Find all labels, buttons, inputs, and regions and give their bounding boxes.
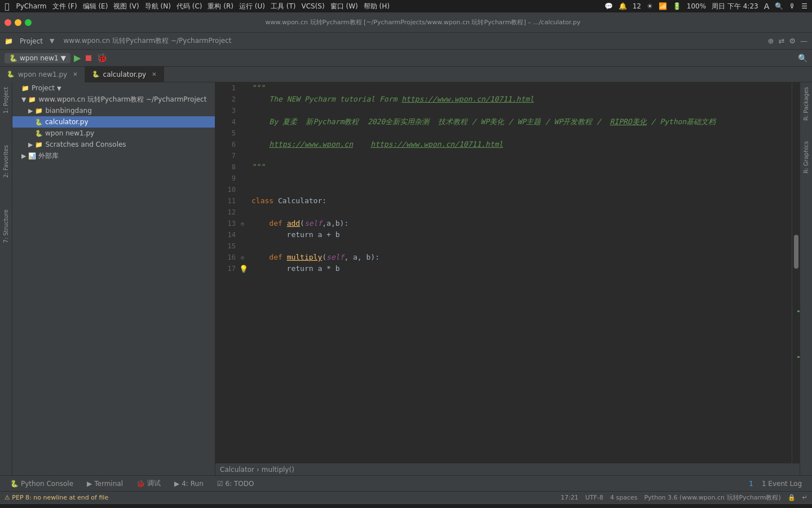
sidebar-item-calculator[interactable]: 🐍 calculator.py [12,116,215,128]
token-2-1: The NEW Pycharm tutorial Form [251,94,401,105]
scratches-folder-icon: 📁 [35,141,43,148]
indent-info[interactable]: 4 spaces [610,494,638,501]
token-8-1: """ [251,161,264,173]
fold-13[interactable]: ⊖ [238,218,247,229]
bottom-tab-debug[interactable]: 🐞 调试 [131,476,166,492]
tab-label-calculator: calculator.py [103,71,147,78]
menu-pycharm[interactable]: PyCharm [16,2,46,10]
panel-tab-graphics[interactable]: R: Graphics [802,137,810,178]
menu-extras-icon[interactable]: ☰ [801,2,807,10]
tab-close-calculator[interactable]: ✕ [152,71,156,77]
python-console-icon: 🐍 [10,480,19,488]
menu-vcs[interactable]: VCS(S) [301,2,324,10]
menu-tools[interactable]: 工具 (T) [271,2,296,11]
interpreter-info[interactable]: Python 3.6 (www.wpon.cn 玩转Pycharm教程) [644,493,780,502]
external-lib-icon: 📊 [28,152,36,160]
sidebar-item-external[interactable]: ▶ 📊 外部库 [12,150,215,161]
editor-scrollbar[interactable] [792,82,800,463]
bottom-tab-run[interactable]: ▶ 4: Run [169,476,209,492]
sidebar-item-bianbingdang[interactable]: ▶ 📁 bianbingdang [12,105,215,116]
global-search-icon[interactable]: 🔍 [798,54,807,63]
sidebar-label-wpon: wpon new1.py [45,129,94,137]
panel-tab-packages[interactable]: R: Packages [802,82,810,125]
token-11-1: class [251,195,278,207]
token-13-1: def [269,218,286,229]
breadcrumb-bar: Calculator › multiply() [215,463,800,475]
menu-run[interactable]: 运行 (U) [239,2,265,11]
menu-refactor[interactable]: 重构 (R) [208,2,233,11]
tab-calculator[interactable]: 🐍 calculator.py ✕ [85,67,164,82]
menu-window[interactable]: 窗口 (W) [330,2,358,11]
main-area: 1: Project 2: Favorites 7: Structure 📁 P… [0,82,812,475]
breadcrumb-nav: www.wpon.cn 玩转Pycharm教程 ~/PycharmProject [64,36,232,46]
sync-icon[interactable]: ⇄ [778,37,784,45]
collapse-icon[interactable]: — [800,37,807,45]
fold-16[interactable]: ⊖ [238,252,247,263]
tab-close-wpon[interactable]: ✕ [73,71,77,77]
apple-menu[interactable]:  [5,2,9,11]
g17: 💡 [238,263,247,274]
fullscreen-button[interactable] [25,19,32,26]
token-13-3: ( [300,218,304,229]
editor-tabbar: 🐍 wpon new1.py ✕ 🐍 calculator.py ✕ [0,67,812,82]
scrollbar-thumb[interactable] [794,235,798,269]
panel-tab-structure[interactable]: 7: Structure [2,205,10,247]
close-button[interactable] [5,19,11,26]
expand-icon-ext: ▶ [21,152,26,160]
debug-button[interactable]: 🐞 [96,52,108,63]
token-2-2[interactable]: https://www.wpon.cn/10711.html [401,94,534,105]
terminal-icon: ▶ [87,480,92,488]
ln-10: 10 [218,184,236,195]
sidebar-item-root[interactable]: ▼ 📁 www.wpon.cn 玩转Pycharm教程 ~/PycharmPro… [12,94,215,105]
breadcrumb-item-1[interactable]: Calculator [220,466,254,474]
g9 [238,173,247,184]
menu-view[interactable]: 视图 (V) [113,2,139,11]
token-14-1: return a + b [251,229,340,240]
editor-area: 1 2 3 4 5 6 7 8 9 10 11 12 13 14 15 16 1… [215,82,800,475]
panel-tab-favorites[interactable]: 2: Favorites [2,141,10,182]
menu-code[interactable]: 代码 (C) [176,2,202,11]
ln-17: 17 [218,263,236,274]
project-label[interactable]: Project [20,37,43,45]
siri-icon[interactable]: 🎙 [789,2,796,10]
sidebar-item-scratches[interactable]: ▶ 📁 Scratches and Consoles [12,139,215,150]
sidebar-item-wpon-new1[interactable]: 🐍 wpon new1.py [12,128,215,139]
ln-14: 14 [218,229,236,240]
search-icon[interactable]: 🔍 [775,2,783,10]
run-config-selector[interactable]: 🐍 wpon new1 ▼ [5,53,70,63]
panel-tab-project[interactable]: 1: Project [2,82,10,118]
menu-help[interactable]: 帮助 (H) [364,2,390,11]
token-6-1[interactable]: https://www.wpon.cn [269,139,353,150]
project-dropdown-icon[interactable]: ▼ [50,37,54,45]
bottom-tab-terminal[interactable]: ▶ Terminal [81,476,129,492]
hint-bulb-icon[interactable]: 💡 [239,265,248,273]
sidebar-item-project[interactable]: 📁 Project ▼ [12,82,215,94]
run-button[interactable]: ▶ [74,52,81,63]
bottom-tab-todo[interactable]: ☑ 6: TODO [211,476,260,492]
menu-edit[interactable]: 编辑 (E) [83,2,108,11]
token-16-4: self [326,252,344,263]
project-dropdown-arrow[interactable]: ▼ [57,85,61,91]
statusbar: ⚠ PEP 8: no newline at end of file 17:21… [0,491,812,503]
ln-7: 7 [218,150,236,161]
code-editor[interactable]: 1 2 3 4 5 6 7 8 9 10 11 12 13 14 15 16 1… [215,82,800,463]
new-file-icon[interactable]: ⊕ [768,37,774,45]
ln-2: 2 [218,94,236,105]
event-log-tab[interactable]: 1 Event Log [756,476,807,492]
token-6-2 [353,139,370,150]
pep8-warning: ⚠ PEP 8: no newline at end of file [5,494,108,501]
bottom-tab-python-console[interactable]: 🐍 Python Console [5,476,79,492]
stop-button[interactable]: ⏹ [84,52,93,63]
token-17-1: return a * b [251,263,340,274]
breadcrumb-item-2[interactable]: multiply() [262,466,294,474]
line-numbers: 1 2 3 4 5 6 7 8 9 10 11 12 13 14 15 16 1… [215,82,238,463]
menu-file[interactable]: 文件 (F) [52,2,77,11]
tab-wpon-new1[interactable]: 🐍 wpon new1.py ✕ [0,67,85,82]
code-line-14: return a + b [251,229,792,240]
menu-nav[interactable]: 导航 (N) [145,2,171,11]
settings-icon[interactable]: ⚙ [789,37,796,45]
token-6-3[interactable]: https://www.wpon.cn/10711.html [370,139,503,150]
cursor-position: 17:21 [561,494,579,501]
encoding[interactable]: UTF-8 [585,494,603,501]
minimize-button[interactable] [15,19,21,26]
